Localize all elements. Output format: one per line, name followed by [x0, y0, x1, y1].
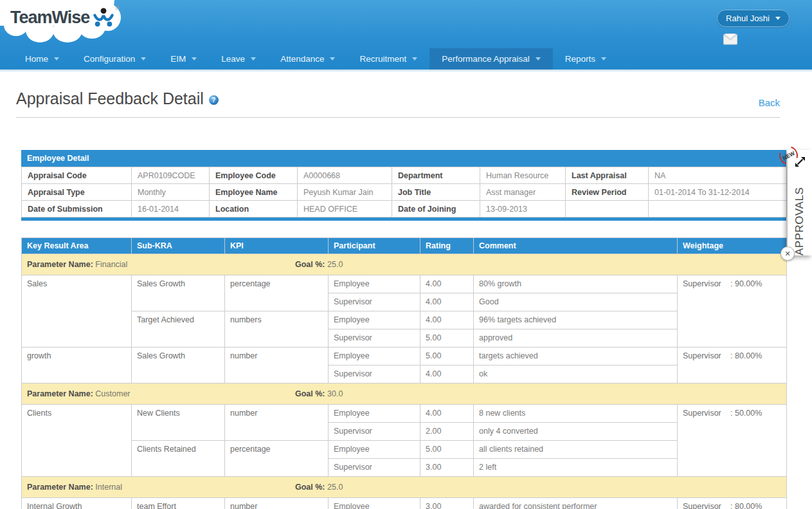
comment-cell: only 4 converted [474, 423, 678, 441]
field-value: Peyush Kumar Jain [298, 184, 392, 201]
teamwise-logo[interactable]: TeamWise ® [10, 6, 120, 32]
parameter-row: Parameter Name: Customer Goal %: 30.0 [22, 384, 787, 405]
nav-item-eim[interactable]: EIM [158, 48, 209, 69]
field-value: 01-01-2014 To 31-12-2014 [649, 184, 787, 201]
chevron-down-icon [775, 17, 780, 20]
field-value: APR0109CODE [132, 167, 210, 184]
participant-cell: Employee [329, 441, 420, 459]
parameter-label: Parameter Name: [27, 260, 93, 269]
goal-label: Goal %: [295, 260, 325, 269]
column-header: Key Result Area [22, 238, 132, 254]
parameter-name: Customer [95, 389, 130, 398]
rating-cell: 2.00 [420, 423, 474, 441]
participant-cell: Employee [329, 347, 420, 366]
field-value: Asst manager [480, 184, 566, 201]
kra-cell: Internal Growth [22, 498, 132, 509]
sub-kra-cell: New Clients [132, 405, 225, 441]
parameter-name: Financial [95, 260, 127, 269]
table-row: Date of Submission 16-01-2014 Location H… [22, 201, 787, 217]
rating-cell: 5.00 [420, 329, 474, 347]
participant-cell: Supervisor [329, 366, 420, 384]
goal-value: 25.0 [327, 483, 343, 492]
participant-cell: Supervisor [329, 293, 420, 311]
column-header: Rating [420, 238, 474, 254]
comment-cell: targets achieved [474, 347, 678, 366]
field-value: Human Resource [480, 167, 566, 184]
nav-item-performance-appraisal[interactable]: Performance Appraisal [429, 48, 553, 69]
comment-cell: 2 left [474, 459, 678, 477]
chevron-down-icon [251, 57, 256, 60]
table-row: Appraisal Code APR0109CODE Employee Code… [22, 167, 787, 184]
weightage-cell: Supervisor : 50.00% [678, 405, 787, 477]
help-icon[interactable]: ? [209, 95, 219, 105]
nav-item-home[interactable]: Home [13, 48, 71, 69]
weightage-cell: Supervisor : 90.00% [678, 275, 787, 347]
approvals-tab[interactable]: NEW APPROVALS ✕ [788, 150, 812, 255]
parameter-name: Internal [95, 483, 122, 492]
parameter-row: Parameter Name: Financial Goal %: 25.0 [22, 254, 787, 275]
comment-cell: awarded for consistent performer [474, 498, 678, 509]
nav-item-recruitment[interactable]: Recruitment [347, 48, 429, 69]
logo-person-icon [93, 7, 114, 32]
back-link[interactable]: Back [759, 97, 780, 108]
field-label: Employee Code [210, 167, 298, 184]
rating-cell: 3.00 [420, 459, 474, 477]
participant-cell: Employee [329, 311, 420, 329]
parameter-label: Parameter Name: [27, 389, 93, 398]
rating-cell: 5.00 [420, 441, 474, 459]
user-name: Rahul Joshi [726, 14, 770, 23]
comment-cell: ok [474, 366, 678, 384]
nav-item-attendance[interactable]: Attendance [268, 48, 347, 69]
table-row: Clients New Clients number Employee 4.00… [22, 405, 787, 423]
rating-cell: 4.00 [420, 293, 474, 311]
weightage-cell: Supervisor : 80.00% [678, 498, 787, 509]
rating-cell: 5.00 [420, 347, 474, 366]
goal-label: Goal %: [295, 389, 325, 398]
field-value: NA [649, 167, 787, 184]
field-label [566, 201, 649, 217]
kra-table: Key Result Area Sub-KRA KPI Participant … [21, 237, 787, 509]
kpi-cell: percentage [225, 275, 329, 311]
kra-section: Key Result Area Sub-KRA KPI Participant … [21, 237, 786, 509]
sub-kra-cell: Target Achieved [132, 311, 225, 347]
participant-cell: Employee [329, 275, 420, 293]
rating-cell: 4.00 [420, 275, 474, 293]
field-value: Monthly [132, 184, 210, 201]
field-value: 16-01-2014 [132, 201, 210, 217]
sub-kra-cell: Clients Retained [132, 441, 225, 477]
comment-cell: approved [474, 329, 678, 347]
kpi-cell: numbers [225, 311, 329, 347]
app-header: TeamWise ® Rahul Joshi Home Configurati [0, 0, 812, 71]
kpi-cell: number [225, 347, 329, 384]
user-menu-button[interactable]: Rahul Joshi [717, 10, 789, 27]
field-label: Date of Joining [392, 201, 480, 217]
participant-cell: Employee [329, 498, 420, 509]
table-row: Internal Growth team Effort number Emplo… [22, 498, 787, 509]
rating-cell: 4.00 [420, 405, 474, 423]
logo-text: TeamWise [10, 6, 89, 28]
comment-cell: all clients retained [474, 441, 678, 459]
parameter-row: Parameter Name: Internal Goal %: 25.0 [22, 477, 787, 498]
close-icon[interactable]: ✕ [780, 246, 795, 261]
goal-label: Goal %: [295, 483, 325, 492]
nav-item-leave[interactable]: Leave [209, 48, 268, 69]
field-label: Employee Name [210, 184, 298, 201]
page-title: Appraisal Feedback Detail [16, 89, 204, 108]
column-header: Weightage [678, 238, 787, 254]
nav-item-reports[interactable]: Reports [553, 48, 618, 69]
participant-cell: Supervisor [329, 329, 420, 347]
employee-detail-title: Employee Detail [21, 150, 786, 167]
kpi-cell: number [225, 405, 329, 441]
mail-icon[interactable] [723, 33, 737, 45]
participant-cell: Supervisor [329, 423, 420, 441]
kra-cell: growth [22, 347, 132, 384]
nav-item-configuration[interactable]: Configuration [71, 48, 158, 69]
chevron-down-icon [412, 57, 417, 60]
chevron-down-icon [54, 57, 59, 60]
kra-cell: Clients [22, 405, 132, 477]
comment-cell: 96% targets achieved [474, 311, 678, 329]
field-label: Date of Submission [22, 201, 132, 217]
field-label: Appraisal Code [22, 167, 132, 184]
field-label: Last Appraisal [566, 167, 649, 184]
column-header: KPI [225, 238, 329, 254]
